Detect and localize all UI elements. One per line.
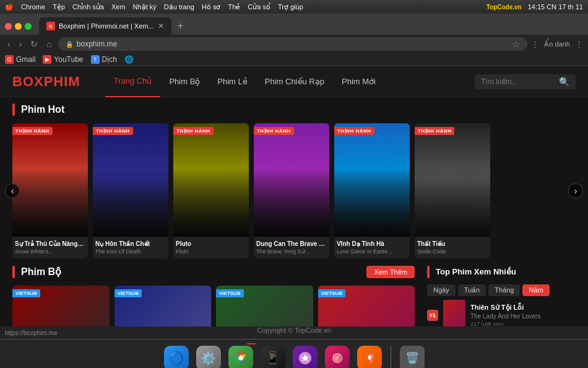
movie-title-5: Vĩnh Dạ Tinh Hà: [337, 240, 407, 247]
movie-card-3[interactable]: THỊNH HÀNH Pluto Pluto: [173, 123, 249, 258]
movie-info-1: Sự Trả Thù Của Nàng Bạch Tuyết Snow Whit…: [12, 237, 88, 258]
movie-subtitle-3: Pluto: [176, 248, 246, 255]
movie-subtitle-4: The Brave Yong Sử...: [256, 248, 327, 255]
site-logo[interactable]: BOXPHIM: [12, 74, 80, 90]
dock-app-purple[interactable]: [292, 344, 319, 369]
nav-phim-bo[interactable]: Phim Bộ: [160, 66, 209, 97]
nav-trang-chu[interactable]: Trang Chủ: [105, 66, 161, 97]
pb-poster-3: VIETSUB: [216, 286, 313, 326]
extensions-icon[interactable]: ⋮: [531, 40, 539, 49]
dock-phone[interactable]: 📱: [259, 344, 287, 369]
chrome-notification-badge: [247, 343, 256, 344]
menu-profiles[interactable]: Hồ sơ: [202, 3, 221, 11]
menu-edit[interactable]: Chỉnh sửa: [72, 3, 104, 11]
apple-logo[interactable]: 🍎: [5, 3, 14, 11]
menu-file[interactable]: Tệp: [53, 3, 65, 11]
movie-card-6[interactable]: THỊNH HÀNH Thất Tiếu Smile Code: [415, 123, 490, 258]
phim-bo-card-2[interactable]: VIETSUB: [115, 286, 212, 326]
movie-card-4[interactable]: THỊNH HÀNH Dung Can The Brave Yong The B…: [254, 123, 329, 258]
dock-brave[interactable]: [356, 344, 383, 369]
hot-movies-row: THỊNH HÀNH Sự Trả Thù Của Nàng Bạch Tuyế…: [12, 123, 576, 258]
vietsub-badge-3: VIETSUB: [216, 289, 244, 297]
tab-close-button[interactable]: ✕: [158, 22, 164, 30]
nav-phim-moi[interactable]: Phim Mới: [333, 66, 384, 97]
bookmark-gmail[interactable]: G Gmail: [5, 55, 35, 64]
window-controls[interactable]: [5, 23, 32, 30]
movie-card-2[interactable]: THỊNH HÀNH Nụ Hôn Thần Chết The Kiss Of …: [93, 123, 168, 258]
section-bar-top: [427, 266, 430, 278]
filter-day[interactable]: Ngày: [427, 284, 456, 296]
phim-hot-header: Phim Hot: [12, 103, 576, 116]
filter-month[interactable]: Tháng: [488, 284, 520, 296]
scroll-right-button[interactable]: ›: [568, 183, 583, 198]
movie-poster-4: THỊNH HÀNH: [254, 123, 329, 237]
url-display: boxphim.me: [77, 40, 509, 48]
bookmark-world[interactable]: 🌐: [124, 55, 134, 64]
movie-info-6: Thất Tiếu Smile Code: [415, 237, 490, 258]
browser-toolbar: ‹ › ↻ ⌂ 🔒 boxphim.me ☆ ⋮ Ẩn danh ⋮: [0, 35, 588, 53]
bookmark-star-icon[interactable]: ☆: [512, 39, 520, 49]
mac-bar-right: TopCode.vn 14:15 CN 17 th 11: [486, 3, 583, 11]
top-phim-panel: Top Phim Xem Nhiều Ngày Tuần Tháng Năm #…: [427, 258, 576, 326]
gmail-icon: G: [5, 55, 14, 64]
movie-card-1[interactable]: THỊNH HÀNH Sự Trả Thù Của Nàng Bạch Tuyế…: [12, 123, 88, 258]
hot-badge-2: THỊNH HÀNH: [93, 127, 133, 135]
back-button[interactable]: ‹: [5, 38, 13, 50]
menu-window[interactable]: Cửa sổ: [248, 3, 270, 11]
vietsub-badge-4: VIETSUB: [318, 289, 346, 297]
section-bar-accent: [12, 103, 15, 116]
phim-bo-card-4[interactable]: VIETSUB: [318, 286, 415, 326]
svg-text:🎯: 🎯: [334, 354, 342, 362]
bookmark-youtube[interactable]: ▶ YouTube: [43, 55, 83, 64]
filter-tabs: Ngày Tuần Tháng Năm: [427, 284, 576, 296]
top-phim-title: Top Phim Xem Nhiều: [436, 267, 516, 276]
dock-trash[interactable]: 🗑️: [399, 344, 426, 369]
nav-phim-le[interactable]: Phim Lẻ: [209, 66, 256, 97]
menu-tab[interactable]: Thẻ: [228, 3, 240, 11]
top-title-1: Thiên Sứ Tội Lỗi: [470, 304, 576, 312]
address-bar[interactable]: 🔒 boxphim.me ☆: [58, 37, 528, 51]
forward-button[interactable]: ›: [17, 38, 25, 50]
home-button[interactable]: ⌂: [44, 38, 54, 50]
movie-poster-6: THỊNH HÀNH: [415, 123, 490, 237]
top-views-1: 217 lượt xem: [470, 321, 576, 326]
search-box[interactable]: 🔍: [475, 74, 576, 89]
vietsub-badge-2: VIETSUB: [115, 289, 142, 297]
menu-history[interactable]: Nhật ký: [133, 3, 157, 11]
dock-chrome[interactable]: [227, 344, 254, 369]
filter-year[interactable]: Năm: [522, 284, 549, 296]
scroll-left-button[interactable]: ‹: [5, 183, 20, 198]
active-tab[interactable]: B Boxphim | Phimmoi.net | Xem... ✕: [39, 17, 171, 35]
top-item-1[interactable]: #1 Thiên Sứ Tội Lỗi The Lady And Her Lov…: [427, 296, 576, 326]
maximize-window-button[interactable]: [25, 23, 32, 30]
menu-bookmarks[interactable]: Dấu trang: [164, 3, 194, 11]
security-icon: 🔒: [66, 41, 73, 48]
hot-badge-4: THỊNH HÀNH: [254, 127, 294, 135]
dock-settings[interactable]: ⚙️: [195, 344, 222, 369]
refresh-button[interactable]: ↻: [28, 38, 40, 50]
bottom-row: Phim Bộ Xem Thêm VIETSUB VIETSUB: [12, 258, 576, 326]
more-options-icon[interactable]: ⋮: [575, 40, 583, 49]
app-name[interactable]: Chrome: [21, 3, 45, 11]
menu-help[interactable]: Trợ giúp: [278, 3, 303, 11]
dock-app-green[interactable]: 🎯: [324, 344, 351, 369]
xem-them-button[interactable]: Xem Thêm: [366, 266, 415, 278]
menu-view[interactable]: Xem: [111, 3, 126, 11]
movie-card-5[interactable]: THỊNH HÀNH Vĩnh Dạ Tinh Hà Love Game In …: [334, 123, 410, 258]
topcode-logo: TopCode.vn: [486, 4, 522, 11]
movie-title-6: Thất Tiếu: [417, 240, 488, 247]
phim-bo-card-3[interactable]: VIETSUB: [216, 286, 313, 326]
minimize-window-button[interactable]: [15, 23, 22, 30]
filter-week[interactable]: Tuần: [458, 284, 486, 296]
movie-poster-2: THỊNH HÀNH: [93, 123, 168, 237]
bookmark-translate[interactable]: T Dịch: [91, 55, 117, 64]
close-window-button[interactable]: [5, 23, 12, 30]
movie-info-4: Dung Can The Brave Yong The Brave Yong S…: [254, 237, 329, 258]
new-tab-button[interactable]: +: [174, 20, 187, 32]
nav-phim-rap[interactable]: Phim Chiếu Rạp: [256, 66, 333, 97]
movie-subtitle-1: Snow White's...: [15, 248, 85, 255]
phim-bo-card-1[interactable]: VIETSUB: [12, 286, 110, 326]
mac-bar-left: 🍎 Chrome Tệp Chỉnh sửa Xem Nhật ký Dấu t…: [5, 3, 303, 11]
dock-finder[interactable]: 🔵: [163, 344, 190, 369]
search-input[interactable]: [481, 77, 555, 86]
